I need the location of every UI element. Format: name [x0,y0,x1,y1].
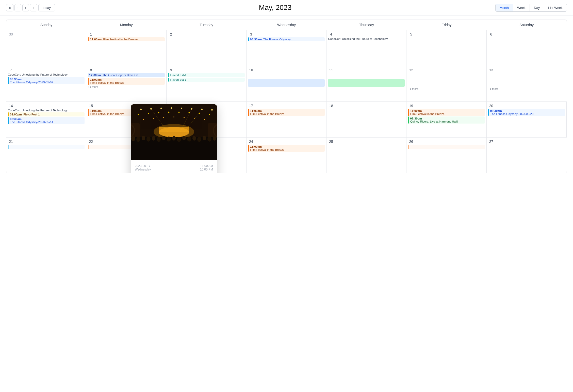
header-tuesday: Tuesday [167,20,247,30]
svg-point-19 [209,114,210,115]
day-headers-row: Sunday Monday Tuesday Wednesday Thursday… [6,20,567,30]
more-link-may13[interactable]: +1 more [488,87,565,90]
event-flavorfest-may9-2[interactable]: FlavorFest-1 [168,78,245,82]
day-num: 11 [328,68,334,72]
day-cell-may1: 1 11:00am Film Festival in the Breeze [86,30,166,66]
first-prev-button[interactable]: « [6,4,13,11]
popup-start-time: 11:00 AM [200,164,213,168]
svg-point-38 [162,136,166,140]
event-film-festival-may24[interactable]: 11:00am Film Festival in the Breeze [248,145,325,152]
popup-body: 2023-05-17 Wednesday 11:00 AM 10:00 PM F… [131,160,217,173]
day-cell-may26: 26 [406,138,486,173]
event-fitness-may7[interactable]: 08:30am The Fitness Odyssey-2023-05-07 [8,77,85,84]
svg-point-14 [158,112,159,113]
day-cell-may13: 13 +1 more [487,66,567,101]
event-partial-may21[interactable] [8,145,85,149]
calendar-header: « ‹ › » today May, 2023 Month Week Day L… [0,0,573,15]
svg-point-33 [136,137,140,142]
day-num: 15 [88,104,94,108]
today-button[interactable]: today [38,4,55,11]
event-fitness-may20[interactable]: 08:30am The Fitness Odyssey-2023-05-20 [488,109,565,116]
day-cell-may7: 7 CodeCon: Unlocking the Future of Techn… [6,66,86,101]
svg-point-34 [142,136,145,140]
day-cell-may14: 14 CodeCon: Unlocking the Future of Tech… [6,102,86,137]
event-popup: 2023-05-17 Wednesday 11:00 AM 10:00 PM F… [131,104,217,173]
day-num: 3 [248,32,254,36]
calendar-title: May, 2023 [259,4,292,12]
day-num: 2 [168,32,174,36]
header-monday: Monday [86,20,166,30]
concert-hall-svg [131,104,217,160]
day-num: 18 [328,104,334,108]
prev-button[interactable]: ‹ [14,4,21,11]
svg-rect-49 [131,123,140,137]
day-cell-may2: 2 [167,30,247,66]
svg-point-15 [168,112,170,113]
event-flavorfest-may14[interactable]: 02:00pm FlavorFest-1 [8,112,85,116]
svg-point-37 [157,137,161,142]
week-row-4: 21 22 23 24 11:00am Film Festival in the… [6,138,567,173]
view-week-button[interactable]: Week [513,4,530,11]
day-num: 9 [168,68,174,72]
popup-meta: 2023-05-17 Wednesday 11:00 AM 10:00 PM [135,164,213,171]
day-num: 22 [88,140,94,144]
day-cell-may17: 17 11:00am Film Festival in the Breeze [247,102,326,137]
day-cell-may25: 25 [326,138,406,173]
svg-point-26 [204,119,205,120]
event-codecon-may4[interactable]: CodeCon: Unlocking the Future of Technol… [328,37,405,40]
day-num: 7 [8,68,14,72]
span-event-blue-may10 [248,79,325,87]
day-cell-may4: 4 CodeCon: Unlocking the Future of Techn… [326,30,406,66]
svg-point-6 [160,108,162,109]
event-quincy-may19[interactable]: 07:30pm Quincy Rivers, Live at Harmony H… [408,116,485,124]
day-num: 5 [408,32,414,36]
day-cell-may21: 21 [6,138,86,173]
event-film-festival-may8[interactable]: 11:00am Film Festival in the Breeze [88,78,165,85]
day-cell-may10: 10 [247,66,326,101]
calendar-grid: Sunday Monday Tuesday Wednesday Thursday… [6,20,567,173]
day-cell-may19: 19 11:00am Film Festival in the Breeze 0… [406,102,486,137]
event-fitness-may3[interactable]: 08:30am The Fitness Odyssey [248,37,325,41]
day-num: 14 [8,104,14,108]
svg-point-46 [203,136,206,140]
event-film-festival-may17[interactable]: 11:00am Film Festival in the Breeze [248,109,325,116]
day-num: 21 [8,140,14,144]
svg-point-8 [181,108,182,109]
svg-point-21 [153,118,154,119]
event-fitness-may14[interactable]: 08:30am The Fitness Odyssey-2023-05-14 [8,117,85,124]
view-switcher: Month Week Day List Week [495,4,567,12]
day-cell-may6: 6 [487,30,567,66]
event-film-festival-may1[interactable]: 11:00am Film Festival in the Breeze [88,37,165,41]
day-num: 30 [8,32,14,36]
svg-point-23 [173,116,174,117]
header-friday: Friday [406,20,486,30]
week-row-2: 7 CodeCon: Unlocking the Future of Techn… [6,66,567,102]
view-month-button[interactable]: Month [496,4,513,11]
event-flavorfest-may9-1[interactable]: FlavorFest-1 [168,73,245,77]
day-num: 25 [328,140,334,144]
view-day-button[interactable]: Day [530,4,544,11]
view-listweek-button[interactable]: List Week [544,4,567,11]
last-next-button[interactable]: » [30,4,37,11]
next-button[interactable]: › [22,4,29,11]
event-film-festival-may19[interactable]: 11:00am Film Festival in the Breeze [408,109,485,116]
day-num: 10 [248,68,254,72]
day-cell-may24: 24 11:00am Film Festival in the Breeze [247,138,326,173]
day-num: 6 [488,32,494,36]
event-gopher-may8[interactable]: 12:00am The Great Gopher Bake Off [88,73,165,77]
day-cell-may11: 11 [326,66,406,101]
popup-end-time: 10:00 PM [200,168,213,171]
day-num: 26 [408,140,414,144]
day-num: 8 [88,68,94,72]
day-num: 27 [488,140,494,144]
event-partial-may26[interactable] [408,145,485,149]
more-link-may12[interactable]: +1 more [408,87,485,90]
event-codecon-may7[interactable]: CodeCon: Unlocking the Future of Technol… [8,73,85,76]
header-saturday: Saturday [487,20,567,30]
day-num: 12 [408,68,414,72]
day-cell-may27: 27 [487,138,567,173]
more-link-may8[interactable]: +1 more [88,85,165,88]
day-cell-apr30: 30 [6,30,86,66]
svg-point-44 [192,136,196,141]
event-codecon-may14[interactable]: CodeCon: Unlocking the Future of Technol… [8,109,85,112]
